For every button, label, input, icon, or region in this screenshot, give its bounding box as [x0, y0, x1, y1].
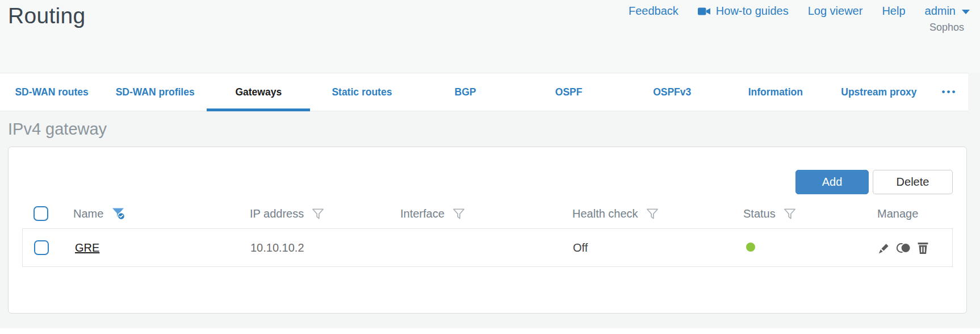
status-dot	[746, 243, 755, 252]
tab-upstream-proxy[interactable]: Upstream proxy	[827, 73, 931, 111]
log-viewer-link[interactable]: Log viewer	[808, 5, 863, 18]
row-checkbox[interactable]	[34, 240, 49, 255]
admin-menu[interactable]: admin	[925, 5, 970, 18]
ip-address-value: 10.10.10.2	[250, 241, 401, 254]
column-header-health-check: Health check	[572, 207, 638, 220]
brand-label: Sophos	[629, 22, 970, 34]
gateway-name-link[interactable]: GRE	[75, 241, 99, 254]
manage-actions	[878, 241, 952, 254]
add-button[interactable]: Add	[795, 170, 869, 194]
feedback-link[interactable]: Feedback	[629, 5, 679, 18]
column-header-ip-address: IP address	[250, 207, 304, 220]
routing-page: Routing Feedback How-to guides Log viewe…	[0, 0, 980, 334]
table-toolbar: Add Delete	[22, 147, 953, 194]
filter-active-icon[interactable]	[111, 207, 125, 220]
health-check-value: Off	[573, 241, 744, 254]
filter-icon[interactable]	[646, 208, 659, 220]
tab-gateways[interactable]: Gateways	[207, 73, 310, 111]
howto-guides-label: How-to guides	[716, 5, 789, 18]
howto-guides-link[interactable]: How-to guides	[698, 5, 789, 18]
section-heading: IPv4 gateway	[8, 120, 980, 139]
video-camera-icon	[698, 7, 711, 16]
column-header-name: Name	[73, 207, 103, 220]
caret-down-icon	[962, 10, 970, 14]
table-header: Name IP address Interfac	[22, 199, 953, 228]
help-link[interactable]: Help	[882, 5, 905, 18]
tab-ospf[interactable]: OSPF	[517, 73, 621, 111]
bottom-strip	[0, 328, 980, 334]
column-header-status: Status	[743, 207, 776, 220]
top-nav: Feedback How-to guides Log viewer Help a…	[629, 5, 970, 34]
tab-information[interactable]: Information	[724, 73, 827, 111]
tab-sd-wan-routes[interactable]: SD-WAN routes	[0, 73, 103, 111]
admin-menu-label: admin	[925, 5, 956, 18]
delete-button[interactable]: Delete	[873, 170, 953, 194]
column-header-interface: Interface	[400, 207, 445, 220]
tab-bgp[interactable]: BGP	[413, 73, 517, 111]
delete-trash-icon[interactable]	[917, 241, 929, 254]
clone-icon[interactable]	[896, 242, 912, 254]
filter-icon[interactable]	[784, 208, 796, 220]
tab-static-routes[interactable]: Static routes	[310, 73, 413, 111]
filter-icon[interactable]	[453, 208, 465, 220]
table-row: GRE 10.10.10.2 Off	[22, 228, 953, 267]
tab-overflow-button[interactable]: •••	[931, 73, 968, 111]
tab-sd-wan-profiles[interactable]: SD-WAN profiles	[103, 73, 207, 111]
ipv4-gateway-card: Add Delete Name IP address	[8, 147, 967, 314]
tab-ospfv3[interactable]: OSPFv3	[621, 73, 724, 111]
select-all-checkbox[interactable]	[33, 206, 48, 221]
edit-pencil-icon[interactable]	[878, 241, 891, 254]
column-header-manage: Manage	[877, 207, 918, 220]
tab-bar: SD-WAN routes SD-WAN profiles Gateways S…	[0, 73, 968, 111]
page-header: Routing Feedback How-to guides Log viewe…	[0, 0, 980, 73]
filter-icon[interactable]	[312, 208, 324, 220]
